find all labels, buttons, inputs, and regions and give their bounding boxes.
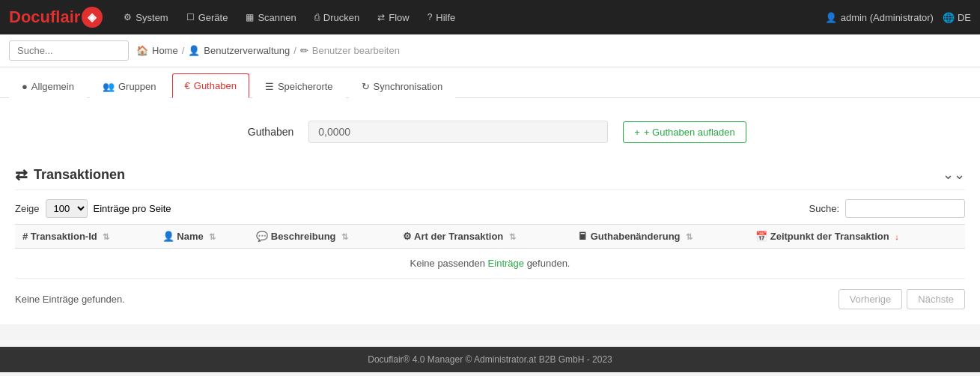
transactions-table: # Transaktion-Id ⇅ 👤 Name ⇅ 💬 Beschreibu…	[15, 224, 965, 279]
guthaben-value-input	[308, 121, 608, 143]
breadcrumb-sep-2: /	[293, 45, 296, 56]
lang-selector[interactable]: 🌐 DE	[943, 12, 971, 23]
collapse-button[interactable]: ⌄⌄	[943, 166, 965, 183]
tab-guthaben[interactable]: € Guthaben	[172, 73, 249, 98]
footer-text: Docuflair® 4.0 Manager © Administrator.a…	[368, 354, 612, 365]
no-entries-row: Keine passenden Einträge gefunden.	[15, 249, 965, 279]
table-controls-left: Zeige 100 25 50 200 Einträge pro Seite	[15, 199, 171, 218]
col-art[interactable]: ⚙ Art der Transaktion ⇅	[395, 225, 570, 249]
col-guthabenanderung[interactable]: 🖩 Guthabenänderung ⇅	[570, 225, 748, 249]
plus-icon: +	[634, 127, 640, 138]
nav-system[interactable]: ⚙ System	[116, 7, 175, 28]
sort-icon-art: ⇅	[509, 232, 516, 241]
searchbar-row: 🏠 Home / 👤 Benutzerverwaltung / ✏ Benutz…	[0, 34, 980, 67]
nav-geraete[interactable]: ☐ Geräte	[179, 7, 236, 28]
no-entries-cell: Keine passenden Einträge gefunden.	[15, 249, 965, 279]
sort-icon-balance: ⇅	[686, 232, 693, 241]
user-icon: 👤	[825, 12, 837, 23]
admin-info: 👤 admin (Administrator)	[825, 12, 934, 23]
table-search-input[interactable]	[845, 199, 965, 218]
hash-icon: #	[22, 231, 28, 242]
tab-synchronisation-icon: ↻	[362, 81, 370, 92]
table-controls-right: Suche:	[809, 199, 965, 218]
entries-per-page-select[interactable]: 100 25 50 200	[46, 199, 88, 218]
balance-icon: 🖩	[578, 231, 588, 242]
col-transaktion-id[interactable]: # Transaktion-Id ⇅	[15, 225, 155, 249]
tabs-row: ● Allgemein 👥 Gruppen € Guthaben ☰ Speic…	[0, 67, 980, 98]
no-entries-footer-text: Keine Einträge gefunden.	[15, 294, 125, 305]
sort-icon-desc: ⇅	[341, 232, 348, 241]
scan-icon: ▦	[246, 12, 254, 22]
entries-label: Einträge pro Seite	[94, 203, 171, 214]
nav-hilfe[interactable]: ? Hilfe	[420, 7, 463, 28]
globe-icon: 🌐	[943, 12, 955, 23]
tab-gruppen-icon: 👥	[103, 81, 115, 92]
top-navigation: Docuflair ◈ ⚙ System ☐ Geräte ▦ Scannen …	[0, 0, 980, 34]
col-beschreibung[interactable]: 💬 Beschreibung ⇅	[249, 225, 395, 249]
admin-label: admin (Administrator)	[841, 12, 934, 23]
tab-allgemein[interactable]: ● Allgemein	[9, 74, 87, 98]
monitor-icon: ☐	[186, 12, 195, 22]
col-zeitpunkt[interactable]: 📅 Zeitpunkt der Transaktion ↓	[748, 225, 965, 249]
sort-icon-time: ↓	[895, 232, 899, 241]
user-icon-bc: 👤	[188, 45, 200, 56]
nav-scannen[interactable]: ▦ Scannen	[238, 7, 303, 28]
guthaben-label: Guthaben	[234, 126, 293, 138]
tab-speicherorte-icon: ☰	[265, 81, 274, 92]
nav-flow[interactable]: ⇄ Flow	[370, 7, 416, 28]
tab-synchronisation[interactable]: ↻ Synchronisation	[349, 74, 456, 98]
table-controls: Zeige 100 25 50 200 Einträge pro Seite S…	[15, 190, 965, 224]
desc-icon: 💬	[256, 231, 268, 242]
user-col-icon: 👤	[162, 231, 174, 242]
sort-icon-id: ⇅	[103, 232, 109, 241]
nav-menu: ⚙ System ☐ Geräte ▦ Scannen ⎙ Drucken ⇄ …	[116, 7, 824, 28]
breadcrumb-sep-1: /	[182, 45, 185, 56]
logo-text: Docuflair	[9, 7, 80, 27]
breadcrumb: 🏠 Home / 👤 Benutzerverwaltung / ✏ Benutz…	[136, 45, 400, 56]
edit-icon: ✏	[300, 45, 308, 56]
tab-speicherorte[interactable]: ☰ Speicherorte	[252, 74, 346, 98]
gear-icon: ⚙	[124, 12, 132, 22]
breadcrumb-current: Benutzer bearbeiten	[312, 45, 400, 56]
prev-button[interactable]: Vorherige	[839, 289, 903, 309]
guthaben-aufladen-button[interactable]: + + Guthaben aufladen	[623, 121, 746, 143]
page-footer: Docuflair® 4.0 Manager © Administrator.a…	[0, 347, 980, 372]
logo[interactable]: Docuflair ◈	[9, 7, 103, 28]
next-button[interactable]: Nächste	[907, 289, 965, 309]
help-icon: ?	[427, 12, 433, 22]
guthaben-row: Guthaben + + Guthaben aufladen	[15, 113, 965, 158]
tab-allgemein-icon: ●	[22, 81, 28, 92]
table-search-label: Suche:	[809, 203, 839, 214]
lang-label: DE	[958, 12, 971, 23]
nav-drucken[interactable]: ⎙ Drucken	[307, 7, 367, 28]
zeige-label: Zeige	[15, 203, 40, 214]
table-footer: Keine Einträge gefunden. Vorherige Nächs…	[15, 279, 965, 309]
print-icon: ⎙	[314, 12, 320, 22]
tab-gruppen[interactable]: 👥 Gruppen	[90, 74, 169, 98]
flow-icon: ⇄	[377, 12, 385, 22]
sort-icon-name: ⇅	[209, 232, 216, 241]
breadcrumb-home[interactable]: Home	[152, 45, 178, 56]
breadcrumb-section[interactable]: Benutzerverwaltung	[204, 45, 290, 56]
home-icon: 🏠	[136, 45, 148, 56]
transactions-title: ⇄ Transaktionen	[15, 166, 125, 184]
no-entries-link[interactable]: Einträge	[488, 258, 524, 269]
table-header-row: # Transaktion-Id ⇅ 👤 Name ⇅ 💬 Beschreibu…	[15, 225, 965, 249]
search-input[interactable]	[9, 40, 129, 61]
tab-guthaben-icon: €	[185, 80, 190, 91]
topnav-right: 👤 admin (Administrator) 🌐 DE	[825, 12, 971, 23]
transactions-section-header: ⇄ Transaktionen ⌄⌄	[15, 158, 965, 190]
main-content: Guthaben + + Guthaben aufladen ⇄ Transak…	[0, 98, 980, 324]
art-icon: ⚙	[403, 231, 412, 242]
cal-icon: 📅	[755, 231, 767, 242]
pagination: Vorherige Nächste	[839, 289, 965, 309]
logo-icon: ◈	[82, 7, 103, 28]
transactions-icon: ⇄	[15, 166, 28, 184]
col-name[interactable]: 👤 Name ⇅	[155, 225, 249, 249]
